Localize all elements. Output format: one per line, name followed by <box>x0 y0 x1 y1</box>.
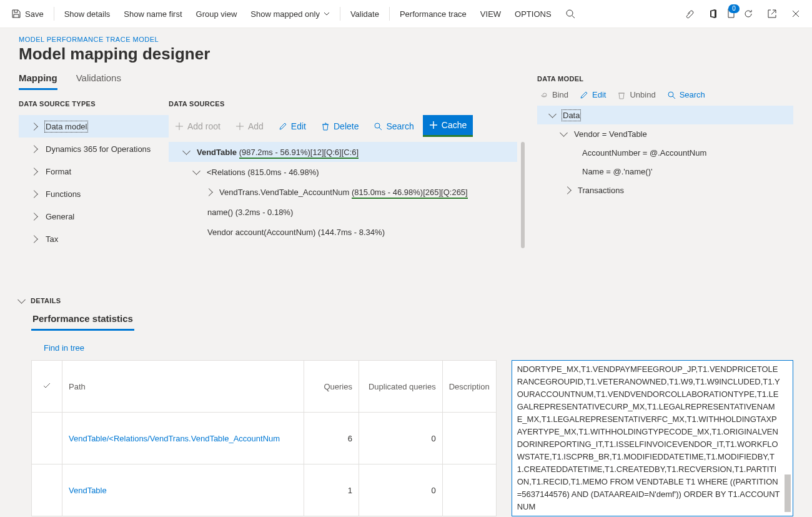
col-path[interactable]: Path <box>62 361 304 413</box>
document-button[interactable]: 0 <box>726 8 736 20</box>
col-description[interactable]: Description <box>442 361 496 413</box>
row-checkbox[interactable] <box>32 413 62 464</box>
details-tabs: Performance statistics <box>31 313 793 331</box>
tab-validations[interactable]: Validations <box>76 73 121 90</box>
sql-query-textarea[interactable]: NDORTYPE_MX,T1.VENDPAYMFEEGROUP_JP,T1.VE… <box>512 360 793 516</box>
attach-icon[interactable] <box>685 9 695 19</box>
data-model-panel: DATA MODEL Bind Edit Unbind Search Data … <box>537 100 793 279</box>
find-in-tree-link[interactable]: Find in tree <box>44 343 84 353</box>
cell-queries: 6 <box>304 413 359 464</box>
chevron-right-icon <box>30 213 38 221</box>
search-button[interactable]: Search <box>667 90 705 99</box>
cell-path[interactable]: VendTable/<Relations/VendTrans.VendTable… <box>62 413 304 464</box>
delete-button[interactable]: Delete <box>315 116 365 136</box>
separator <box>54 7 54 21</box>
refresh-icon[interactable] <box>743 9 753 19</box>
node-data[interactable]: Data <box>537 106 793 124</box>
group-view-button[interactable]: Group view <box>190 4 244 24</box>
table-row[interactable]: VendTable/<Relations/VendTrans.VendTable… <box>32 413 497 464</box>
cell-description <box>442 464 496 516</box>
node-transactions[interactable]: Transactions <box>537 181 793 199</box>
type-data-model[interactable]: Data model <box>19 115 169 138</box>
close-icon[interactable] <box>791 9 801 19</box>
node-name-fn[interactable]: name() (3.2ms - 0.18%) <box>169 202 517 222</box>
save-icon <box>11 9 21 19</box>
chevron-down-icon[interactable] <box>548 110 557 118</box>
link-icon <box>540 91 548 99</box>
type-tax[interactable]: Tax <box>19 228 169 250</box>
delete-icon <box>321 122 330 131</box>
save-button[interactable]: Save <box>5 4 50 24</box>
node-vendtrans[interactable]: VendTrans.VendTable_AccountNum (815.0ms … <box>169 182 517 202</box>
cell-queries: 1 <box>304 464 359 516</box>
edit-button[interactable]: Edit <box>580 90 606 99</box>
node-vendor[interactable]: Vendor = VendTable <box>537 124 793 143</box>
cell-description <box>442 413 496 464</box>
tab-mapping[interactable]: Mapping <box>19 73 57 90</box>
type-format[interactable]: Format <box>19 160 169 183</box>
chevron-right-icon[interactable] <box>205 188 213 196</box>
data-model-toolbar: Bind Edit Unbind Search <box>537 90 793 99</box>
plus-icon <box>235 122 244 131</box>
popout-icon[interactable] <box>767 9 777 19</box>
type-functions[interactable]: Functions <box>19 183 169 205</box>
svg-point-1 <box>375 123 380 128</box>
bind-button[interactable]: Bind <box>540 90 568 99</box>
show-details-button[interactable]: Show details <box>58 4 117 24</box>
scrollbar[interactable] <box>785 474 791 512</box>
cell-duplicated: 0 <box>359 464 442 516</box>
search-icon <box>374 122 382 131</box>
chevron-down-icon[interactable] <box>182 147 191 155</box>
table-header-row: Path Queries Duplicated queries Descript… <box>32 361 497 413</box>
chevron-right-icon[interactable] <box>563 186 572 194</box>
cell-duplicated: 0 <box>359 413 442 464</box>
node-name[interactable]: Name = @.'name()' <box>537 162 793 181</box>
validate-button[interactable]: Validate <box>344 4 385 24</box>
node-account-number[interactable]: AccountNumber = @.AccountNum <box>537 143 793 162</box>
svg-point-2 <box>668 92 673 97</box>
col-queries[interactable]: Queries <box>304 361 359 413</box>
data-sources-toolbar: Add root Add Edit Delete Search Cache <box>169 115 525 137</box>
search-icon <box>565 9 575 19</box>
details-header[interactable]: DETAILS <box>19 297 793 304</box>
show-name-first-button[interactable]: Show name first <box>117 4 188 24</box>
node-vendor-account[interactable]: Vendor account(AccountNum) (144.7ms - 8.… <box>169 222 517 242</box>
scrollbar[interactable] <box>521 142 525 248</box>
unbind-button[interactable]: Unbind <box>617 90 655 99</box>
col-duplicated[interactable]: Duplicated queries <box>359 361 442 413</box>
type-d365[interactable]: Dynamics 365 for Operations <box>19 138 169 160</box>
row-checkbox[interactable] <box>32 464 62 516</box>
section-title: DATA MODEL <box>537 75 793 83</box>
add-root-button: Add root <box>169 116 227 136</box>
check-icon <box>42 381 51 390</box>
plus-icon <box>175 122 184 131</box>
main-row: DATA SOURCE TYPES Data model Dynamics 36… <box>0 100 812 279</box>
edit-button[interactable]: Edit <box>272 116 312 136</box>
cache-button[interactable]: Cache <box>423 115 473 137</box>
node-relations[interactable]: <Relations (815.0ms - 46.98%) <box>169 162 517 182</box>
show-mapped-only-button[interactable]: Show mapped only <box>244 4 336 24</box>
view-menu[interactable]: VIEW <box>474 4 507 24</box>
add-button: Add <box>229 116 270 136</box>
edit-icon <box>580 91 588 99</box>
performance-trace-button[interactable]: Performance trace <box>394 4 473 24</box>
cell-path[interactable]: VendTable <box>62 464 304 516</box>
breadcrumb[interactable]: MODEL PERFORMANCE TRACE MODEL <box>19 36 793 43</box>
data-sources-panel: DATA SOURCES Add root Add Edit Delete Se… <box>169 100 537 279</box>
delete-icon <box>617 91 626 99</box>
table-row[interactable]: VendTable 1 0 <box>32 464 497 516</box>
chevron-right-icon <box>30 190 38 198</box>
node-vendtable[interactable]: VendTable (987.2ms - 56.91%)[12][Q:6][C:… <box>169 142 517 162</box>
details-body: Path Queries Duplicated queries Descript… <box>31 360 793 516</box>
chevron-down-icon[interactable] <box>192 167 201 175</box>
search-button[interactable]: Search <box>367 116 420 136</box>
options-menu[interactable]: OPTIONS <box>508 4 558 24</box>
search-button[interactable] <box>559 4 582 24</box>
separator <box>340 7 340 21</box>
type-general[interactable]: General <box>19 205 169 228</box>
office-icon[interactable] <box>708 9 718 19</box>
select-all-checkbox[interactable] <box>32 361 62 413</box>
chevron-down-icon[interactable] <box>560 129 568 137</box>
tab-performance-statistics[interactable]: Performance statistics <box>31 313 134 331</box>
chevron-right-icon <box>30 168 38 176</box>
